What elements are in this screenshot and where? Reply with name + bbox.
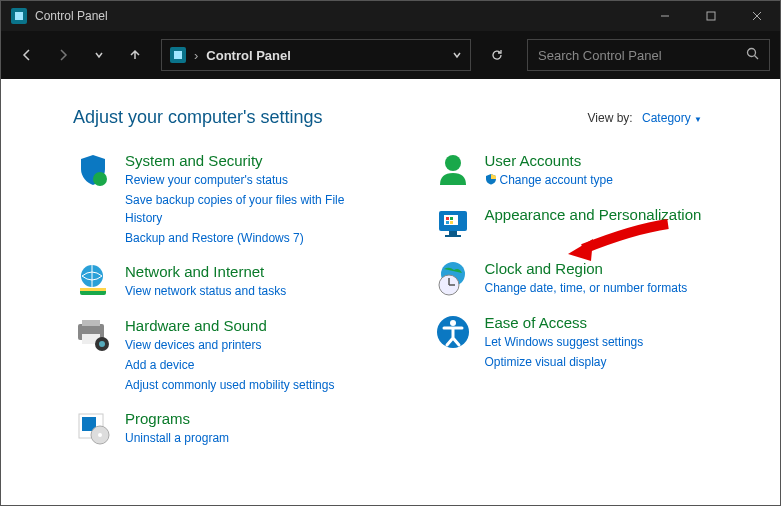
view-by-value: Category [642,111,691,125]
task-link[interactable]: Adjust commonly used mobility settings [125,376,334,394]
task-link[interactable]: Save backup copies of your files with Fi… [125,191,365,227]
chevron-down-icon[interactable] [452,48,462,63]
category-link[interactable]: Network and Internet [125,263,286,280]
task-link[interactable]: Let Windows suggest settings [485,333,644,351]
left-column: System and Security Review your computer… [73,150,403,448]
search-placeholder: Search Control Panel [538,48,662,63]
refresh-button[interactable] [481,39,513,71]
task-link[interactable]: Change date, time, or number formats [485,279,688,297]
app-icon [11,8,27,24]
category-ease-of-access: Ease of Access Let Windows suggest setti… [433,312,763,371]
recent-dropdown-button[interactable] [83,39,115,71]
task-link[interactable]: View network status and tasks [125,282,286,300]
control-panel-window: Control Panel › Control Panel Search Con… [0,0,781,506]
view-by-control[interactable]: View by: Category ▼ [588,111,702,125]
view-by-label: View by: [588,111,633,125]
user-icon [433,150,473,190]
up-button[interactable] [119,39,151,71]
uac-shield-icon [485,172,497,190]
category-link[interactable]: Clock and Region [485,260,688,277]
svg-rect-27 [450,221,453,224]
category-system-and-security: System and Security Review your computer… [73,150,403,247]
search-icon [746,47,759,63]
svg-point-8 [93,172,107,186]
task-link[interactable]: Uninstall a program [125,429,229,447]
maximize-button[interactable] [688,1,734,31]
content-area: Adjust your computer's settings View by:… [1,79,780,505]
task-link[interactable]: View devices and printers [125,336,334,354]
window-title: Control Panel [35,9,642,23]
programs-disc-icon [73,408,113,448]
clock-globe-icon [433,258,473,298]
category-clock-and-region: Clock and Region Change date, time, or n… [433,258,763,298]
category-link[interactable]: Programs [125,410,229,427]
titlebar: Control Panel [1,1,780,31]
category-link[interactable]: User Accounts [485,152,613,169]
accessibility-icon [433,312,473,352]
svg-rect-0 [15,12,23,20]
page-title: Adjust your computer's settings [73,107,323,128]
svg-rect-26 [446,221,449,224]
svg-rect-24 [446,217,449,220]
svg-line-7 [755,56,759,60]
close-button[interactable] [734,1,780,31]
category-link[interactable]: Appearance and Personalization [485,206,702,223]
category-programs: Programs Uninstall a program [73,408,403,448]
svg-rect-25 [450,217,453,220]
right-column: User Accounts Change account type Appear… [433,150,763,448]
category-link[interactable]: System and Security [125,152,365,169]
svg-point-16 [99,341,105,347]
forward-button[interactable] [47,39,79,71]
globe-network-icon [73,261,113,301]
breadcrumb-control-panel[interactable]: Control Panel [206,48,291,63]
svg-rect-5 [174,51,182,59]
svg-point-6 [748,49,756,57]
chevron-right-icon: › [194,48,198,63]
address-bar[interactable]: › Control Panel [161,39,471,71]
task-link[interactable]: Backup and Restore (Windows 7) [125,229,365,247]
svg-rect-13 [82,320,100,326]
svg-point-35 [450,320,456,326]
category-user-accounts: User Accounts Change account type [433,150,763,190]
svg-point-21 [445,155,461,171]
category-appearance-and-personalization: Appearance and Personalization [433,204,763,244]
control-panel-small-icon [170,47,186,63]
category-network-and-internet: Network and Internet View network status… [73,261,403,301]
search-input[interactable]: Search Control Panel [527,39,770,71]
shield-icon [73,150,113,190]
task-link[interactable]: Change account type [485,171,613,190]
svg-rect-28 [449,231,457,235]
chevron-down-icon: ▼ [694,115,702,124]
category-hardware-and-sound: Hardware and Sound View devices and prin… [73,315,403,394]
minimize-button[interactable] [642,1,688,31]
category-link[interactable]: Ease of Access [485,314,644,331]
back-button[interactable] [11,39,43,71]
task-link[interactable]: Optimize visual display [485,353,644,371]
task-link[interactable]: Review your computer's status [125,171,365,189]
svg-rect-11 [80,288,106,291]
task-link[interactable]: Add a device [125,356,334,374]
svg-rect-29 [445,235,461,237]
navbar: › Control Panel Search Control Panel [1,31,780,79]
monitor-icon [433,204,473,244]
category-link[interactable]: Hardware and Sound [125,317,334,334]
printer-camera-icon [73,315,113,355]
svg-point-20 [98,433,102,437]
svg-rect-2 [707,12,715,20]
